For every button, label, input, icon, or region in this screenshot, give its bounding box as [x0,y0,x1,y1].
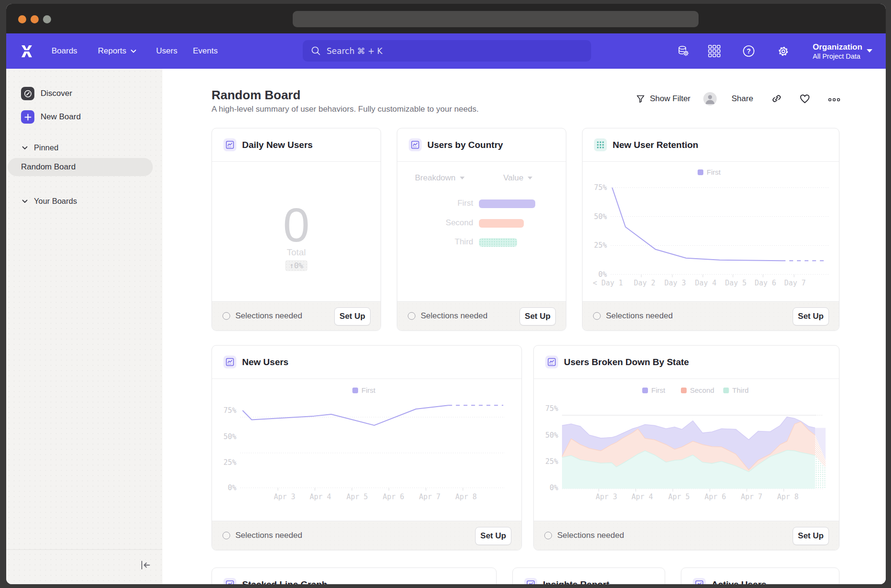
svg-text:75%: 75% [594,183,607,192]
selection-status: Selections needed [593,311,673,321]
mixpanel-logo-icon[interactable] [21,33,32,69]
bar-first [479,200,535,208]
svg-text:25%: 25% [594,241,607,250]
bar-label: First [397,199,473,208]
link-icon [771,93,783,105]
sidebar-section-your-boards[interactable]: Your Boards [22,197,77,206]
chevron-down-icon [22,200,28,203]
card-active-users: Active Users [681,567,839,584]
setup-button[interactable]: Set Up [520,307,556,326]
page-title: Random Board [212,88,300,103]
svg-text:Day 3: Day 3 [664,279,686,287]
card-title: Insights Report [543,579,609,585]
svg-text:Second: Second [690,386,714,394]
card-insights-report: Insights Report [512,567,665,584]
card-header: Active Users [681,568,839,584]
organization-switcher[interactable]: Organization All Project Data [813,33,862,69]
card-new-users: New Users 75%50%25%0%Apr 3Apr 4Apr 5Apr … [212,345,522,550]
nav-item-boards[interactable]: Boards [52,33,77,69]
svg-text:Day 2: Day 2 [634,279,655,287]
card-users-by-state: Users Broken Down By State 75%50%25%0%Ap… [533,345,839,550]
svg-text:Apr 5: Apr 5 [346,493,368,501]
bar-label: Second [397,218,473,228]
card-header: Insights Report [513,568,665,584]
line-chart-icon [223,356,236,368]
chart-new-users: 75%50%25%0%Apr 3Apr 4Apr 5Apr 6Apr 7Apr … [212,379,521,522]
more-options-button[interactable] [828,96,840,105]
card-footer: Selections needed Set Up [583,301,839,330]
svg-text:< Day 1: < Day 1 [593,279,623,287]
apps-grid-icon[interactable] [705,33,724,69]
navbar: Boards Reports Users Events Search ⌘ + K [6,33,886,69]
discover-label: Discover [41,89,72,98]
sidebar-divider [6,549,162,550]
sidebar-section-pinned[interactable]: Pinned [22,143,58,152]
setup-button[interactable]: Set Up [793,307,829,326]
card-body: Breakdown ValueFirst Second Third [397,162,566,302]
status-circle-icon [223,312,230,320]
organization-name: Organization [813,42,862,52]
bar-label: Third [397,237,473,247]
setup-button[interactable]: Set Up [475,527,511,545]
pinned-label: Pinned [34,143,58,152]
nav-item-reports[interactable]: Reports [98,33,136,69]
card-header: Users Broken Down By State [534,346,839,379]
card-footer: Selections needed Set Up [212,301,381,330]
selection-status: Selections needed [223,531,302,540]
value-dropdown[interactable]: Value [503,173,532,183]
sidebar-item-new-board[interactable]: New Board [21,110,81,124]
setup-button[interactable]: Set Up [334,307,371,326]
sidebar-collapse-button[interactable] [140,560,151,572]
svg-text:75%: 75% [223,406,236,415]
svg-text:Day 5: Day 5 [725,279,746,287]
search-input[interactable]: Search ⌘ + K [303,40,591,62]
svg-text:50%: 50% [223,432,236,441]
card-body: 0 Total ↑0% [212,162,381,302]
svg-text:?: ? [747,47,751,55]
bar-third [479,238,517,247]
window-button-3[interactable] [43,15,51,23]
heart-icon [799,93,811,105]
share-button[interactable]: Share [732,91,753,106]
card-body: 75%50%25%0%Apr 3Apr 4Apr 5Apr 6Apr 7Apr … [212,379,521,521]
browser-window: Boards Reports Users Events Search ⌘ + K [6,4,886,584]
svg-text:Third: Third [732,386,749,394]
help-icon[interactable]: ? [739,33,758,69]
svg-text:Apr 3: Apr 3 [274,493,295,501]
window-button-1[interactable] [18,15,26,23]
sidebar-item-random-board[interactable]: Random Board [8,158,153,176]
settings-gear-icon[interactable] [774,33,793,69]
url-bar[interactable] [293,11,699,27]
svg-text:Apr 5: Apr 5 [668,493,689,501]
window-button-2[interactable] [31,15,39,23]
card-header: New User Retention [583,128,839,162]
svg-text:0%: 0% [550,483,558,492]
svg-text:75%: 75% [545,404,558,413]
status-circle-icon [593,312,601,320]
nav-item-events[interactable]: Events [193,33,218,69]
big-number-value: 0 [212,201,381,248]
nav-item-users[interactable]: Users [156,33,177,69]
svg-text:First: First [651,386,666,394]
avatar[interactable] [703,92,717,105]
svg-text:25%: 25% [545,457,558,466]
data-management-icon[interactable] [674,33,693,69]
svg-text:Apr 4: Apr 4 [631,493,653,501]
chart-new-user-retention: 75%50%25%0%< Day 1Day 2Day 3Day 4Day 5Da… [583,162,839,303]
sidebar-item-discover[interactable]: Discover [21,87,72,100]
line-chart-icon [545,356,558,368]
random-board-label: Random Board [21,162,75,172]
card-title: Users Broken Down By State [564,357,689,368]
sidebar: Discover New Board Pinned Random Board Y… [6,69,162,584]
card-title: Daily New Users [242,140,313,150]
favorite-button[interactable] [799,93,811,106]
retention-grid-icon [594,138,607,151]
card-title: Active Users [711,579,766,585]
card-header: New Users [212,346,521,379]
copy-link-button[interactable] [771,93,783,106]
setup-button[interactable]: Set Up [793,527,829,545]
breakdown-dropdown[interactable]: Breakdown [415,173,465,183]
card-footer: Selections needed Set Up [397,301,566,330]
svg-text:Day 4: Day 4 [695,279,716,287]
show-filter-button[interactable]: Show Filter [636,91,690,106]
